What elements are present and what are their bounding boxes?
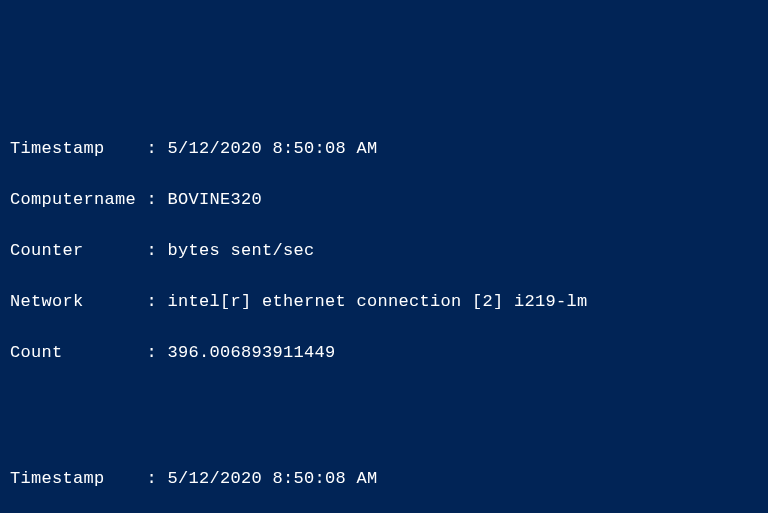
field-label: Computername bbox=[10, 187, 136, 213]
output-line: Counter : bytes sent/sec bbox=[10, 238, 758, 264]
field-label: Counter bbox=[10, 238, 84, 264]
output-line: Count : 396.006893911449 bbox=[10, 340, 758, 366]
field-value: 5/12/2020 8:50:08 AM bbox=[168, 139, 378, 158]
output-record: Timestamp : 5/12/2020 8:50:08 AM Compute… bbox=[10, 440, 758, 513]
field-label: Network bbox=[10, 289, 84, 315]
field-value: bytes sent/sec bbox=[168, 241, 315, 260]
output-line: Network : intel[r] ethernet connection [… bbox=[10, 289, 758, 315]
field-value: intel[r] ethernet connection [2] i219-lm bbox=[168, 292, 588, 311]
field-label: Count bbox=[10, 340, 63, 366]
field-value: 5/12/2020 8:50:08 AM bbox=[168, 469, 378, 488]
output-record: Timestamp : 5/12/2020 8:50:08 AM Compute… bbox=[10, 110, 758, 391]
field-label: Timestamp bbox=[10, 466, 105, 492]
field-label: Timestamp bbox=[10, 136, 105, 162]
output-line: Computername : BOVINE320 bbox=[10, 187, 758, 213]
output-line: Timestamp : 5/12/2020 8:50:08 AM bbox=[10, 136, 758, 162]
output-line: Timestamp : 5/12/2020 8:50:08 AM bbox=[10, 466, 758, 492]
field-value: BOVINE320 bbox=[168, 190, 263, 209]
field-value: 396.006893911449 bbox=[168, 343, 336, 362]
